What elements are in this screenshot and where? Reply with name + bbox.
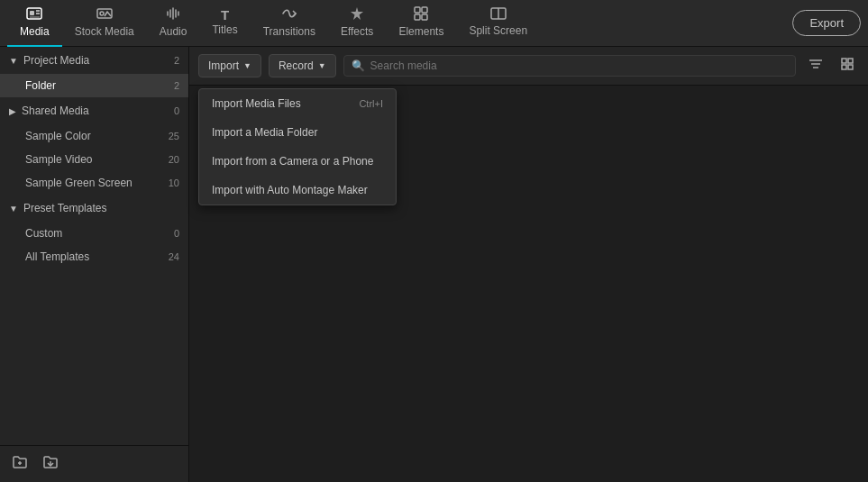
filter-button[interactable]	[803, 54, 828, 77]
nav-label-media: Media	[20, 25, 50, 38]
sidebar-item-label-sample-video: Sample Video	[25, 153, 93, 166]
nav-item-split-screen[interactable]: Split Screen	[456, 0, 540, 47]
dropdown-item-label-import-camera-phone: Import from a Camera or a Phone	[212, 155, 373, 168]
dropdown-item-shortcut-import-media-files: Ctrl+I	[359, 98, 383, 109]
chevron-down-icon-2: ▼	[9, 204, 18, 214]
chevron-down-icon: ▼	[9, 56, 18, 66]
content-area: Import ▼ Record ▼ 🔍 Import Media Files	[189, 47, 868, 482]
svg-rect-10	[415, 14, 420, 20]
chevron-down-icon-4: ▼	[318, 61, 326, 70]
sidebar-item-folder[interactable]: Folder 2	[0, 74, 188, 97]
nav-item-elements[interactable]: Elements	[386, 0, 456, 47]
sidebar-item-label-all-templates: All Templates	[25, 250, 89, 263]
nav-item-effects[interactable]: Effects	[328, 0, 386, 47]
transitions-icon	[281, 6, 297, 23]
sidebar-item-count-custom: 0	[174, 228, 179, 239]
sidebar-item-count-sample-video: 20	[169, 154, 179, 165]
sidebar-item-label-custom: Custom	[25, 227, 62, 240]
nav-label-effects: Effects	[341, 25, 373, 38]
nav-label-stock-media: Stock Media	[75, 25, 134, 38]
svg-rect-23	[848, 65, 853, 69]
sidebar-item-custom[interactable]: Custom 0	[0, 222, 188, 245]
media-icon	[26, 6, 42, 23]
sidebar-group-project-media[interactable]: ▼ Project Media 2	[0, 47, 188, 74]
sidebar-item-sample-color[interactable]: Sample Color 25	[0, 124, 188, 148]
import-label: Import	[208, 59, 239, 72]
dropdown-item-label-import-media-files: Import Media Files	[212, 97, 301, 110]
sidebar-group-label-project-media: Project Media	[23, 54, 89, 67]
sidebar-item-count-folder: 2	[174, 80, 179, 91]
sidebar-item-count-sample-green-screen: 10	[169, 177, 179, 188]
sidebar-group-label-shared-media: Shared Media	[22, 105, 89, 117]
nav-item-transitions[interactable]: Transitions	[251, 0, 328, 47]
sidebar-group-label-preset-templates: Preset Templates	[23, 202, 107, 214]
nav-label-split-screen: Split Screen	[469, 24, 527, 37]
sidebar-footer	[0, 445, 188, 482]
top-navigation: Media Stock Media Audio T Titles Transit…	[0, 0, 868, 47]
search-icon: 🔍	[352, 59, 365, 72]
nav-label-elements: Elements	[398, 25, 443, 38]
dropdown-item-import-media-folder[interactable]: Import a Media Folder	[199, 118, 396, 147]
search-box: 🔍	[343, 55, 796, 77]
nav-label-transitions: Transitions	[263, 25, 315, 38]
grid-view-button[interactable]	[836, 54, 859, 77]
nav-item-media[interactable]: Media	[7, 0, 62, 47]
svg-rect-9	[422, 7, 427, 13]
export-button[interactable]: Export	[792, 10, 861, 36]
dropdown-item-import-media-files[interactable]: Import Media Files Ctrl+I	[199, 89, 396, 118]
import-dropdown-button[interactable]: Import ▼	[198, 54, 261, 77]
svg-rect-21	[848, 59, 853, 63]
dropdown-item-import-camera-phone[interactable]: Import from a Camera or a Phone	[199, 147, 396, 176]
effects-icon	[350, 6, 364, 23]
sidebar-item-count-sample-color: 25	[169, 131, 179, 141]
nav-item-audio[interactable]: Audio	[147, 0, 200, 47]
sidebar-item-label-folder: Folder	[25, 79, 56, 92]
sidebar-group-shared-media[interactable]: ▶ Shared Media 0	[0, 97, 188, 124]
import-dropdown-menu: Import Media Files Ctrl+I Import a Media…	[198, 88, 397, 205]
dropdown-item-label-import-auto-montage: Import with Auto Montage Maker	[212, 184, 368, 196]
sidebar-group-preset-templates[interactable]: ▼ Preset Templates	[0, 195, 188, 222]
sidebar-item-count-all-templates: 24	[169, 251, 179, 262]
new-folder-button[interactable]	[9, 451, 31, 477]
svg-rect-11	[422, 14, 427, 20]
nav-label-audio: Audio	[160, 25, 187, 38]
svg-point-6	[100, 12, 104, 15]
nav-item-titles[interactable]: T Titles	[199, 0, 250, 47]
main-layout: ▼ Project Media 2 Folder 2 ▶ Shared Medi…	[0, 47, 868, 482]
record-label: Record	[279, 59, 314, 72]
sidebar-group-count-shared-media: 0	[174, 105, 179, 116]
svg-rect-1	[30, 11, 34, 15]
chevron-down-icon-3: ▼	[243, 61, 251, 70]
nav-item-stock-media[interactable]: Stock Media	[62, 0, 147, 47]
sidebar: ▼ Project Media 2 Folder 2 ▶ Shared Medi…	[0, 47, 189, 482]
titles-icon: T	[221, 8, 229, 22]
sidebar-item-sample-green-screen[interactable]: Sample Green Screen 10	[0, 171, 188, 195]
svg-rect-22	[842, 65, 846, 69]
split-screen-icon	[490, 7, 507, 23]
audio-icon	[166, 6, 180, 23]
sidebar-item-label-sample-color: Sample Color	[25, 130, 91, 142]
elements-icon	[414, 6, 428, 23]
svg-marker-7	[351, 7, 363, 20]
sidebar-item-label-sample-green-screen: Sample Green Screen	[25, 177, 132, 189]
toolbar: Import ▼ Record ▼ 🔍	[189, 47, 868, 86]
sidebar-item-all-templates[interactable]: All Templates 24	[0, 245, 188, 268]
sidebar-item-sample-video[interactable]: Sample Video 20	[0, 148, 188, 171]
nav-label-titles: Titles	[212, 23, 237, 36]
record-dropdown-button[interactable]: Record ▼	[269, 54, 336, 77]
sidebar-group-count-project-media: 2	[174, 55, 179, 66]
svg-rect-8	[415, 7, 420, 13]
search-input[interactable]	[370, 59, 788, 72]
import-folder-button[interactable]	[40, 451, 61, 477]
chevron-right-icon: ▶	[9, 106, 16, 116]
stock-media-icon	[96, 6, 113, 23]
svg-rect-20	[842, 59, 846, 63]
dropdown-item-label-import-media-folder: Import a Media Folder	[212, 126, 317, 139]
dropdown-item-import-auto-montage[interactable]: Import with Auto Montage Maker	[199, 176, 396, 205]
